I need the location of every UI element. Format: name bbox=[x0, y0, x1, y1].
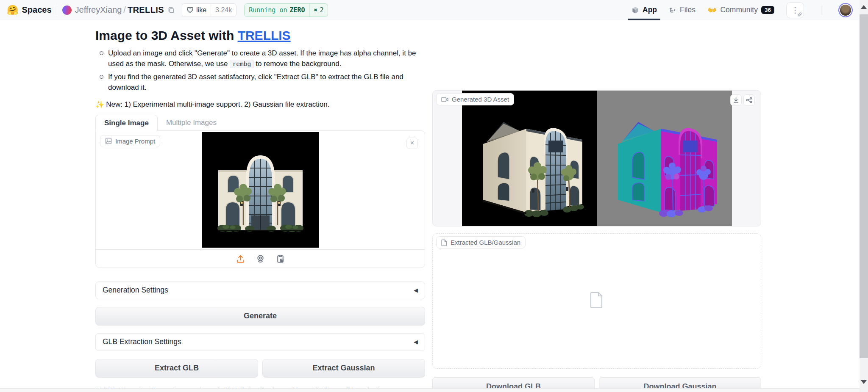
instruction-text: If you find the generated 3D asset satis… bbox=[108, 73, 403, 91]
tab-community-label: Community bbox=[720, 6, 758, 14]
image-prompt-label: Image Prompt bbox=[100, 135, 160, 147]
scrollbar-thumb[interactable] bbox=[860, 14, 868, 358]
scroll-up-arrow[interactable] bbox=[860, 3, 868, 11]
paste-button[interactable] bbox=[275, 254, 285, 264]
image-icon bbox=[105, 138, 112, 144]
scroll-down-arrow[interactable] bbox=[860, 378, 868, 386]
like-button[interactable]: like bbox=[182, 4, 211, 17]
tab-single-image[interactable]: Single Image bbox=[95, 115, 158, 131]
sparkles-icon: ✨ bbox=[95, 100, 104, 109]
upload-icon bbox=[236, 254, 245, 264]
link-icon bbox=[797, 12, 802, 17]
space-name-link[interactable]: TRELLIS bbox=[128, 5, 164, 15]
tab-files-label: Files bbox=[680, 6, 696, 14]
user-avatar[interactable] bbox=[838, 3, 853, 17]
generated-asset-label: Generated 3D Asset bbox=[436, 93, 514, 105]
owner-link[interactable]: JeffreyXiang bbox=[75, 5, 122, 15]
owner-avatar[interactable] bbox=[62, 6, 72, 15]
extracted-output-label-text: Extracted GLB/Gaussian bbox=[451, 239, 520, 246]
more-options-button[interactable]: ⋮ bbox=[786, 2, 804, 18]
status-hardware: ZERO bbox=[290, 6, 305, 14]
header-divider bbox=[57, 6, 57, 15]
generated-asset-label-text: Generated 3D Asset bbox=[452, 96, 509, 103]
cube-icon bbox=[632, 6, 639, 14]
download-video-button[interactable] bbox=[730, 94, 742, 106]
instruction-item: Upload an image and click "Generate" to … bbox=[99, 48, 425, 69]
news-line: ✨ New: 1) Experimental multi-image suppo… bbox=[95, 100, 425, 109]
render-normal-map-view bbox=[597, 91, 732, 226]
files-tree-icon bbox=[669, 6, 676, 14]
header-right-group: App Files 👐 Community 36 ⋮ bbox=[632, 0, 853, 20]
news-text: New: 1) Experimental multi-image support… bbox=[106, 100, 329, 109]
tab-community[interactable]: 👐 Community 36 bbox=[707, 0, 774, 20]
community-hands-icon: 👐 bbox=[707, 6, 717, 15]
output-column: Generated 3D Asset bbox=[432, 90, 761, 392]
page-title-text: Image to 3D Asset with bbox=[95, 28, 238, 42]
copy-space-name-icon[interactable] bbox=[167, 6, 175, 14]
status-prefix: Running on bbox=[249, 6, 287, 14]
generate-button[interactable]: Generate bbox=[95, 307, 425, 326]
image-prompt-panel: Image Prompt × bbox=[95, 130, 425, 268]
generation-settings-accordion[interactable]: Generation Settings ◀ bbox=[95, 282, 425, 299]
path-separator: / bbox=[123, 5, 126, 15]
accordion-collapsed-arrow-icon: ◀ bbox=[414, 287, 418, 293]
tab-files[interactable]: Files bbox=[669, 0, 696, 20]
download-icon bbox=[733, 97, 739, 103]
rembg-code: rembg bbox=[230, 60, 254, 68]
clear-image-button[interactable]: × bbox=[406, 138, 418, 149]
status-text: Running on ZERO bbox=[245, 4, 309, 17]
scrollbar-corner bbox=[860, 389, 868, 392]
paste-clipboard-icon bbox=[275, 254, 285, 264]
replica-counter: ✖ 2 bbox=[309, 4, 328, 17]
horizontal-scrollbar[interactable] bbox=[0, 388, 860, 392]
replica-icon: ✖ bbox=[314, 7, 317, 13]
extracted-output-label: Extracted GLB/Gaussian bbox=[436, 236, 526, 248]
extract-gaussian-button[interactable]: Extract Gaussian bbox=[262, 359, 425, 378]
community-count-badge: 36 bbox=[761, 6, 774, 14]
tab-multiple-images[interactable]: Multiple Images bbox=[158, 115, 225, 131]
file-icon bbox=[441, 239, 447, 246]
running-status-badge[interactable]: Running on ZERO ✖ 2 bbox=[244, 3, 328, 17]
video-icon bbox=[441, 97, 448, 102]
share-icon bbox=[746, 97, 752, 103]
replica-count: 2 bbox=[320, 6, 323, 14]
like-widget: like 3.24k bbox=[182, 3, 236, 17]
extracted-output-panel: Extracted GLB/Gaussian bbox=[432, 233, 761, 369]
image-display-area bbox=[96, 131, 425, 249]
video-actions bbox=[730, 94, 755, 106]
huggingface-logo-icon[interactable]: 🤗 bbox=[7, 5, 18, 16]
instructions-list: Upload an image and click "Generate" to … bbox=[95, 48, 425, 93]
generated-3d-video[interactable] bbox=[462, 91, 732, 226]
tab-app[interactable]: App bbox=[632, 0, 657, 20]
spaces-brand-link[interactable]: Spaces bbox=[22, 5, 51, 15]
heart-icon bbox=[186, 7, 194, 14]
input-tabs: Single Image Multiple Images bbox=[95, 115, 425, 131]
image-source-toolbar bbox=[96, 249, 425, 268]
input-image[interactable] bbox=[202, 132, 319, 248]
image-prompt-label-text: Image Prompt bbox=[115, 138, 155, 145]
generated-asset-panel: Generated 3D Asset bbox=[432, 90, 761, 226]
like-count[interactable]: 3.24k bbox=[211, 4, 236, 17]
page-title: Image to 3D Asset with TRELLIS bbox=[95, 28, 425, 43]
vertical-scrollbar[interactable] bbox=[860, 0, 868, 389]
empty-file-placeholder-icon bbox=[590, 292, 604, 310]
like-label: like bbox=[196, 6, 206, 14]
header-left-group: 🤗 Spaces JeffreyXiang / TRELLIS like 3.2 bbox=[7, 3, 328, 17]
upload-button[interactable] bbox=[236, 254, 245, 264]
glb-extraction-settings-accordion[interactable]: GLB Extraction Settings ◀ bbox=[95, 333, 425, 351]
top-navigation-bar: 🤗 Spaces JeffreyXiang / TRELLIS like 3.2 bbox=[0, 0, 860, 20]
trellis-link[interactable]: TRELLIS bbox=[238, 28, 291, 42]
render-textured-view bbox=[462, 91, 597, 226]
instruction-item: If you find the generated 3D asset satis… bbox=[99, 72, 425, 93]
webcam-icon bbox=[256, 254, 265, 264]
tab-app-label: App bbox=[643, 6, 657, 14]
webcam-button[interactable] bbox=[256, 254, 265, 264]
glb-extraction-settings-label: GLB Extraction Settings bbox=[103, 337, 181, 346]
instruction-text: to remove the background. bbox=[256, 60, 341, 68]
trellis-space-page: 🤗 Spaces JeffreyXiang / TRELLIS like 3.2 bbox=[0, 0, 868, 392]
generation-settings-label: Generation Settings bbox=[103, 286, 168, 295]
extract-glb-button[interactable]: Extract GLB bbox=[95, 359, 258, 378]
accordion-collapsed-arrow-icon: ◀ bbox=[414, 339, 418, 345]
extract-buttons-row: Extract GLB Extract Gaussian bbox=[95, 359, 425, 378]
share-video-button[interactable] bbox=[743, 94, 755, 106]
